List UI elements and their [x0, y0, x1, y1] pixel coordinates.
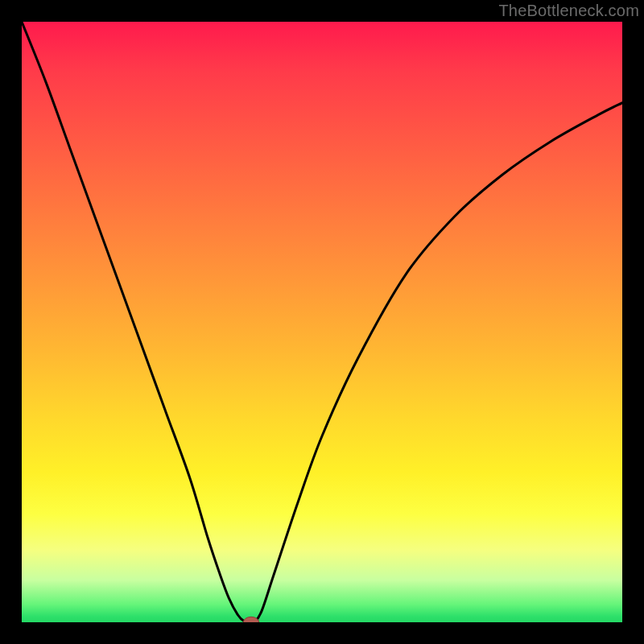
chart-plot-area	[22, 22, 622, 622]
watermark-label: TheBottleneck.com	[498, 2, 639, 20]
bottleneck-curve	[22, 22, 622, 622]
optimum-marker	[243, 617, 258, 622]
chart-svg	[22, 22, 622, 622]
chart-frame: TheBottleneck.com	[0, 0, 644, 644]
